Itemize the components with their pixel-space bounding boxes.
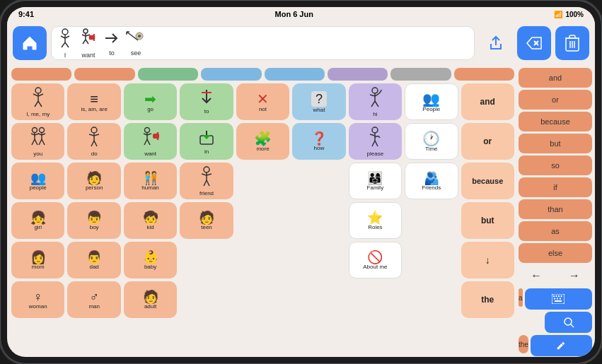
svg-rect-86: [560, 298, 561, 300]
cat-tab-5[interactable]: [328, 68, 388, 81]
svg-line-11: [86, 40, 88, 44]
svg-rect-87: [555, 300, 562, 302]
home-button[interactable]: [13, 26, 47, 60]
symbol-grid-row1: I, me, my ≡ is, am, are ➡ go: [11, 83, 514, 120]
cell-more[interactable]: 🧩 more: [236, 123, 289, 160]
cell-adult[interactable]: 🧑 adult: [124, 281, 177, 318]
conn-but[interactable]: but: [519, 134, 592, 153]
cell-time[interactable]: 🕐 Time: [405, 123, 458, 160]
cell-empty-2: [292, 163, 345, 199]
cell-want[interactable]: want: [124, 123, 177, 160]
symbol-grid-row5: 👩 mom 👨 dad 👶 baby 🚫: [11, 242, 514, 278]
symbol-grid-area: I, me, my ≡ is, am, are ➡ go: [7, 65, 519, 357]
svg-line-75: [202, 174, 207, 175]
conn-else[interactable]: else: [519, 243, 592, 263]
cat-tab-1[interactable]: [74, 68, 134, 81]
cell-girl[interactable]: 👧 girl: [11, 202, 64, 239]
cell-empty-6: [180, 242, 233, 278]
status-date: Mon 6 Jun: [275, 10, 313, 18]
cell-people[interactable]: 👥 People: [405, 83, 458, 120]
word-a[interactable]: a: [519, 288, 523, 307]
cell-dad[interactable]: 👨 dad: [67, 242, 120, 278]
cat-tab-6[interactable]: [390, 68, 451, 81]
conn-than[interactable]: than: [519, 199, 592, 219]
cell-family[interactable]: 👨‍👩‍👧 Family: [349, 163, 402, 199]
svg-rect-80: [553, 295, 555, 297]
conn-and[interactable]: and: [519, 68, 592, 88]
cell-in[interactable]: in: [180, 123, 233, 160]
conn-if[interactable]: if: [519, 177, 592, 197]
side-icon-row: a: [519, 288, 592, 310]
search-button[interactable]: [545, 312, 592, 333]
cell-to[interactable]: to: [180, 83, 233, 120]
search-row: [519, 312, 592, 333]
svg-point-27: [35, 88, 41, 93]
cat-tab-4[interactable]: [265, 68, 325, 81]
cell-and[interactable]: and: [461, 83, 514, 120]
cell-friends[interactable]: 🫂 Friends: [405, 163, 458, 199]
cell-people[interactable]: 👥 people: [11, 163, 64, 199]
keyboard-button[interactable]: [525, 288, 592, 310]
nav-left-button[interactable]: ←: [519, 265, 555, 286]
cell-the[interactable]: the: [461, 281, 514, 318]
cell-you[interactable]: you: [11, 123, 64, 160]
cell-what[interactable]: ? what: [292, 83, 345, 120]
svg-point-68: [372, 127, 378, 133]
cell-how[interactable]: ❓ how: [292, 123, 345, 160]
cell-please[interactable]: please: [349, 123, 402, 160]
svg-point-40: [32, 127, 37, 132]
cell-not[interactable]: ✕ not: [236, 83, 289, 120]
cell-empty-4: [292, 202, 345, 239]
conn-so[interactable]: so: [519, 155, 592, 175]
cell-baby[interactable]: 👶 baby: [124, 242, 177, 278]
cell-man[interactable]: ♂ man: [67, 281, 120, 318]
cell-go[interactable]: ➡ go: [124, 83, 177, 120]
cat-tab-0[interactable]: [11, 68, 71, 81]
svg-rect-83: [561, 295, 562, 297]
backspace-button[interactable]: [517, 26, 551, 60]
cell-person[interactable]: 🧑 person: [67, 163, 120, 199]
edit-row: the: [519, 335, 592, 356]
edit-button[interactable]: [531, 335, 592, 356]
cell-kid[interactable]: 🧒 kid: [124, 202, 177, 239]
cell-teen[interactable]: 🧑 teen: [180, 202, 233, 239]
word-the[interactable]: the: [519, 335, 528, 353]
svg-line-3: [65, 36, 69, 38]
cell-empty-3: [236, 202, 289, 239]
share-button[interactable]: [479, 26, 513, 60]
cat-tab-7[interactable]: [454, 68, 514, 81]
word-i-label: I: [64, 52, 66, 59]
main-content: I, me, my ≡ is, am, are ➡ go: [7, 65, 595, 357]
cell-or[interactable]: or: [461, 123, 514, 160]
svg-line-10: [83, 40, 86, 44]
cell-is-am-are[interactable]: ≡ is, am, are: [67, 83, 120, 120]
cell-but[interactable]: but: [461, 202, 514, 239]
conn-as[interactable]: as: [519, 221, 592, 241]
cell-do[interactable]: do: [67, 123, 120, 160]
conn-or[interactable]: or: [519, 90, 592, 110]
cell-roles[interactable]: ⭐ Roles: [349, 202, 402, 239]
svg-rect-81: [556, 295, 557, 297]
cell-woman[interactable]: ♀ woman: [11, 281, 64, 318]
delete-button[interactable]: [555, 26, 589, 60]
nav-row: ← →: [519, 265, 592, 286]
cell-human[interactable]: 🧑‍🤝‍🧑 human: [124, 163, 177, 199]
nav-right-button[interactable]: →: [557, 265, 593, 286]
top-actions: [479, 26, 589, 60]
cat-tab-2[interactable]: [138, 68, 198, 81]
svg-line-39: [375, 101, 378, 107]
svg-point-88: [565, 318, 572, 325]
svg-line-71: [372, 141, 375, 146]
cell-empty-8: [292, 242, 345, 278]
cell-mom[interactable]: 👩 mom: [11, 242, 64, 278]
cell-friend[interactable]: friend: [180, 163, 233, 199]
cell-hi[interactable]: hi: [349, 83, 402, 120]
cell-boy[interactable]: 👦 boy: [67, 202, 120, 239]
svg-line-63: [147, 139, 150, 145]
cell-because[interactable]: because: [461, 163, 514, 199]
cell-about-me[interactable]: 🚫 About me: [349, 242, 402, 278]
conn-because[interactable]: because: [519, 112, 592, 131]
cat-tab-3[interactable]: [201, 68, 261, 81]
cell-down-arrow[interactable]: ↓: [461, 242, 514, 278]
cell-i-me-my[interactable]: I, me, my: [11, 83, 64, 120]
